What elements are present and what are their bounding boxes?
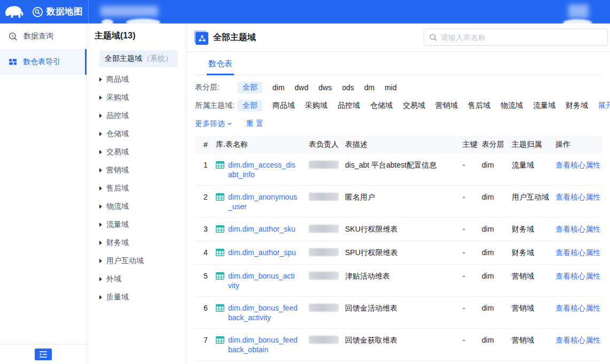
caret-right-icon [99,150,102,154]
domain-tree-item[interactable]: 营销域 [87,161,186,179]
layer-filter-option[interactable]: dim [272,82,285,93]
layer-filter-option[interactable]: dws [318,82,332,93]
view-core-attrs-link[interactable]: 查看核心属性 [556,193,600,201]
domain-tree-item[interactable]: 采购域 [87,89,186,107]
domain-filter-option[interactable]: 全部 [238,100,262,112]
table-search-box[interactable] [424,29,608,46]
domain-filter-option[interactable]: 商品域 [272,100,295,112]
row-number: 6 [195,303,216,313]
table-row: 4 dim.dim_author_spu [195,241,602,265]
sidebar-item-data-query[interactable]: 数据查询 [0,23,87,49]
domain-filter-option[interactable]: 营销域 [435,100,458,112]
domain-tree-item[interactable]: 品控域 [87,107,186,125]
view-core-attrs-link[interactable]: 查看核心属性 [556,225,600,233]
owner-redacted [309,248,339,256]
data-map-icon [32,6,43,18]
domain-tree-item[interactable]: 商品域 [87,70,186,89]
table-description: SPU行权限维表 [345,248,463,257]
table-row: 2 dim.dim_anonymous_us [195,186,602,218]
table-name-cell: dim.dim_bonus_feedback_activity [216,303,309,322]
domain-filter-option[interactable]: 交易域 [403,100,425,112]
view-core-attrs-link[interactable]: 查看核心属性 [556,272,600,280]
table-description: 回馈金获取维表 [345,335,463,345]
domain-filter-option[interactable]: 品控域 [338,100,360,112]
table-icon [216,249,224,256]
table-name-cell: dim.dim_author_sku [216,224,309,234]
nav-highlight-arc [101,19,113,23]
primary-key: - [463,160,482,170]
logo[interactable] [0,0,28,23]
table-name-link[interactable]: dim.dim_access_disabt_info [228,160,298,179]
mammoth-logo-icon [3,3,25,20]
domain-tree-item[interactable]: 流量域 [87,216,186,234]
view-core-attrs-link[interactable]: 查看核心属性 [556,161,600,169]
domain-tree-item[interactable]: 外域 [87,270,186,288]
layer-filter-option[interactable]: ods [342,82,354,93]
domain-filter-option[interactable]: 物流域 [500,100,523,112]
redacted-nav-item[interactable] [100,6,158,17]
table-row: 6 dim.dim_bonus_feedba [195,297,602,329]
table-domain: 流量域 [512,160,556,170]
table-name-link[interactable]: dim.dim_author_sku [228,224,295,234]
table-layer: dim [482,248,512,257]
sitemap-glyph-icon [198,35,206,42]
row-number: 7 [195,335,216,345]
table-row: 3 dim.dim_author_sku [195,218,602,241]
filter-actions: 更多筛选 重 置 [195,119,602,129]
domain-item-label: 售后域 [106,184,129,193]
search-clock-icon [9,32,18,41]
table-search-input[interactable] [441,33,602,42]
row-number: 2 [195,192,216,202]
app-title-group[interactable]: 数据地图 [28,6,88,18]
domain-item-all-selected[interactable]: 全部主题域（系统） [99,50,178,67]
nav-highlight-arc [126,19,160,23]
table-name-link[interactable]: dim.dim_bonus_feedback_obtain [228,335,298,354]
action-cell: 查看核心属性 [556,160,602,170]
table-name-link[interactable]: dim.dim_bonus_activity [228,271,298,290]
sidebar-item-label: 数仓表导引 [23,57,60,67]
layer-filter-option[interactable]: dwd [295,82,309,93]
domain-panel: 主题域(13) 全部主题域（系统） 商品域 采购域 [87,23,187,364]
table-name-link[interactable]: dim.dim_bonus_feedback_activity [228,303,298,322]
domain-filter-options: 全部 商品域 采购域 品控域 仓储域 交易域 营销域 [238,100,588,112]
domain-filter-row: 所属主题域: 全部 商品域 采购域 品控域 仓储域 交 [195,100,602,112]
domain-filter-option[interactable]: 财务域 [566,100,588,112]
column-header: 主题归属 [512,140,556,149]
reset-link[interactable]: 重 置 [246,119,263,129]
layer-filter-option[interactable]: mid [385,82,397,93]
domain-tree-item[interactable]: 质量域 [87,288,186,306]
domain-tree-item[interactable]: 交易域 [87,143,186,161]
layer-filter-option[interactable]: dm [364,82,374,93]
view-core-attrs-link[interactable]: 查看核心属性 [556,304,600,312]
domain-tree-item[interactable]: 财务域 [87,234,186,252]
domain-tree-item[interactable]: 用户互动域 [87,252,186,270]
sidebar-item-table-guide[interactable]: 数仓表导引 [0,49,87,75]
domain-filter-option[interactable]: 流量域 [533,100,556,112]
layout: 数据查询 数仓表导引 [0,23,610,364]
layer-filter-option[interactable]: 全部 [238,82,262,93]
more-filters-link[interactable]: 更多筛选 [195,119,232,129]
action-cell: 查看核心属性 [556,335,602,345]
main-body: 数仓表 表分层: 全部 dim dwd dws o [187,52,610,364]
domain-item-label: 物流域 [106,202,129,211]
domain-item-label: 用户互动域 [106,256,144,266]
column-header: 操作 [556,140,602,149]
view-core-attrs-link[interactable]: 查看核心属性 [556,336,600,344]
domain-filter-option[interactable]: 采购域 [305,100,327,112]
domain-tree-item[interactable]: 物流域 [87,197,186,216]
column-header: # [195,140,216,149]
expand-link[interactable]: 展开 [598,101,610,110]
table-domain: 财务域 [512,248,556,257]
domain-filter-option[interactable]: 仓储域 [370,100,393,112]
action-cell: 查看核心属性 [556,303,602,313]
domain-tree-item[interactable]: 仓储域 [87,125,186,143]
user-menu-redacted[interactable] [557,0,603,23]
tab-warehouse-tables[interactable]: 数仓表 [207,52,234,75]
table-name-link[interactable]: dim.dim_author_spu [228,248,296,257]
table-name-link[interactable]: dim.dim_anonymous_user [228,192,298,211]
collapse-sidebar-button[interactable] [35,349,52,360]
domain-filter-option[interactable]: 售后域 [468,100,490,112]
view-core-attrs-link[interactable]: 查看核心属性 [556,248,600,257]
table-icon [216,193,224,201]
domain-tree-item[interactable]: 售后域 [87,179,186,197]
